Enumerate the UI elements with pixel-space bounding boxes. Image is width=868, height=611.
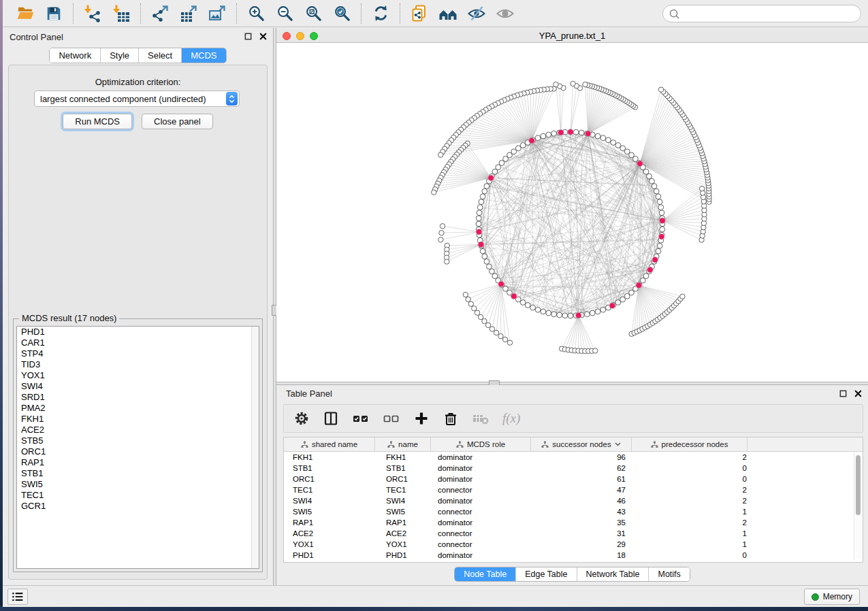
column-header-name[interactable]: name	[375, 437, 431, 451]
hide-selected-button[interactable]	[466, 3, 487, 24]
table-row[interactable]: PHD1PHD1dominator180	[284, 550, 863, 561]
search-field[interactable]	[662, 5, 861, 22]
tab-style[interactable]: Style	[101, 48, 139, 63]
mcds-hub-node[interactable]	[647, 267, 654, 273]
tab-edge-table[interactable]: Edge Table	[516, 567, 577, 581]
network-leaf-node[interactable]	[468, 301, 473, 306]
network-node[interactable]	[480, 194, 485, 199]
network-node[interactable]	[535, 135, 541, 141]
network-node[interactable]	[484, 184, 489, 189]
list-item[interactable]: STB1	[17, 468, 259, 479]
list-item[interactable]: GCR1	[17, 501, 259, 512]
refresh-button[interactable]	[370, 3, 391, 24]
export-image-button[interactable]	[206, 3, 228, 24]
network-node[interactable]	[640, 278, 645, 283]
network-leaf-node[interactable]	[439, 231, 444, 235]
network-node[interactable]	[659, 210, 664, 216]
list-item[interactable]: STB5	[17, 435, 259, 446]
network-leaf-node[interactable]	[494, 330, 498, 335]
network-node[interactable]	[520, 300, 526, 306]
mcds-hub-node[interactable]	[585, 131, 591, 137]
open-button[interactable]	[14, 3, 36, 24]
save-button[interactable]	[43, 3, 65, 24]
network-node[interactable]	[657, 199, 662, 205]
tab-mcds[interactable]: MCDS	[182, 48, 225, 63]
mcds-hub-node[interactable]	[609, 303, 615, 309]
network-node[interactable]	[477, 205, 483, 210]
network-leaf-node[interactable]	[485, 323, 490, 327]
network-node[interactable]	[525, 303, 530, 308]
network-leaf-node[interactable]	[432, 190, 436, 195]
network-node[interactable]	[606, 137, 611, 143]
mcds-result-list[interactable]: PHD1CAR1STP4TID3YOX1SWI4SRD1PMA2FKH1ACE2…	[16, 326, 259, 569]
list-item[interactable]: FKH1	[17, 414, 259, 425]
network-leaf-node[interactable]	[553, 82, 558, 86]
search-input[interactable]	[684, 9, 855, 19]
export-network-button[interactable]	[149, 3, 171, 24]
network-node[interactable]	[492, 274, 498, 279]
network-node[interactable]	[643, 169, 649, 174]
table-row[interactable]: RAP1RAP1dominator352	[284, 517, 863, 528]
network-leaf-node[interactable]	[699, 186, 704, 191]
function-builder-icon[interactable]: f(x)	[502, 411, 520, 426]
table-row[interactable]: STB1STB1dominator620	[284, 463, 863, 474]
network-leaf-node[interactable]	[475, 310, 479, 315]
first-neighbors-button[interactable]	[437, 3, 459, 24]
network-node[interactable]	[562, 313, 568, 318]
network-node[interactable]	[600, 135, 606, 141]
network-leaf-node[interactable]	[593, 348, 598, 353]
mcds-hub-node[interactable]	[652, 257, 658, 263]
network-node[interactable]	[496, 165, 501, 170]
mcds-hub-node[interactable]	[511, 293, 517, 299]
task-history-button[interactable]	[7, 589, 28, 605]
network-leaf-node[interactable]	[658, 87, 663, 92]
tab-motifs[interactable]: Motifs	[649, 567, 689, 581]
network-node[interactable]	[546, 132, 551, 137]
network-node[interactable]	[573, 129, 579, 135]
list-item[interactable]: ACE2	[17, 425, 259, 435]
network-node[interactable]	[579, 130, 584, 135]
list-item[interactable]: YOX1	[17, 370, 259, 381]
list-item[interactable]: SRD1	[17, 392, 259, 403]
zoom-selected-button[interactable]	[331, 3, 353, 24]
network-node[interactable]	[615, 143, 621, 148]
table-row[interactable]: YOX1YOX1connector291	[284, 539, 863, 550]
mcds-result-scrollbar[interactable]	[251, 327, 259, 568]
show-columns-icon[interactable]	[323, 410, 339, 427]
tab-select[interactable]: Select	[139, 48, 182, 63]
mcds-hub-node[interactable]	[568, 129, 574, 135]
list-item[interactable]: TEC1	[17, 490, 259, 501]
network-node[interactable]	[487, 264, 492, 269]
network-node[interactable]	[660, 227, 665, 232]
close-icon[interactable]	[854, 389, 863, 398]
network-node[interactable]	[476, 221, 481, 227]
table-row[interactable]: ORC1ORC1dominator610	[284, 474, 863, 484]
network-node[interactable]	[656, 248, 661, 254]
mcds-hub-node[interactable]	[658, 233, 664, 240]
network-canvas[interactable]	[276, 43, 868, 382]
network-node[interactable]	[590, 310, 595, 316]
list-item[interactable]: STP4	[17, 348, 259, 359]
network-node[interactable]	[551, 131, 557, 136]
network-node[interactable]	[620, 146, 626, 151]
select-all-icon[interactable]	[352, 410, 370, 427]
network-leaf-node[interactable]	[680, 294, 685, 299]
network-from-document-button[interactable]	[408, 3, 430, 24]
settings-gear-icon[interactable]	[293, 410, 310, 427]
list-item[interactable]: CAR1	[17, 337, 259, 348]
list-item[interactable]: PMA2	[17, 403, 259, 414]
network-node[interactable]	[482, 254, 487, 259]
network-node[interactable]	[477, 210, 482, 216]
network-node[interactable]	[530, 305, 536, 310]
network-node[interactable]	[489, 269, 495, 274]
network-node[interactable]	[520, 143, 526, 148]
float-icon[interactable]	[839, 389, 848, 398]
list-item[interactable]: SWI4	[17, 381, 259, 392]
tab-network[interactable]: Network	[50, 48, 101, 63]
table-row[interactable]: SWI5SWI5connector431	[284, 506, 863, 517]
network-node[interactable]	[551, 312, 557, 317]
network-node[interactable]	[620, 297, 626, 302]
memory-button[interactable]: Memory	[804, 589, 860, 605]
mcds-hub-node[interactable]	[637, 161, 643, 167]
float-icon[interactable]	[244, 32, 253, 41]
